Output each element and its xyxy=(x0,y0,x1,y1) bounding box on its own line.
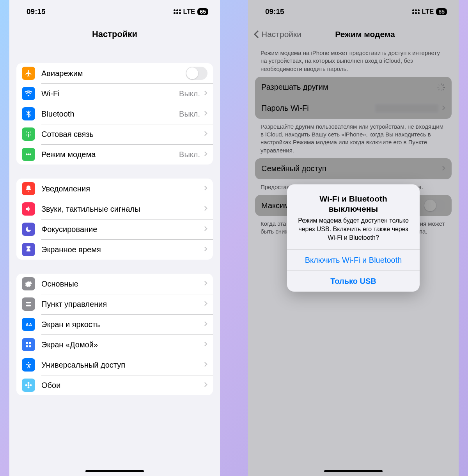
row-label: Экран и яркость xyxy=(41,320,204,329)
row-value: Выкл. xyxy=(179,150,200,159)
chevron-right-icon xyxy=(204,205,207,213)
row-airplane-mode[interactable]: Авиарежим xyxy=(16,63,213,83)
chevron-right-icon xyxy=(204,361,207,369)
chevron-right-icon xyxy=(204,382,207,389)
antenna-icon xyxy=(22,127,35,141)
chevron-right-icon xyxy=(204,301,207,308)
home-indicator[interactable] xyxy=(85,470,144,472)
svg-point-12 xyxy=(30,384,32,386)
chevron-right-icon xyxy=(204,185,207,193)
svg-point-7 xyxy=(28,362,29,363)
chevron-right-icon xyxy=(204,321,207,328)
svg-rect-6 xyxy=(29,345,31,347)
speaker-icon xyxy=(22,202,35,216)
bluetooth-icon xyxy=(22,107,35,120)
row-label: Звуки, тактильные сигналы xyxy=(41,205,204,214)
row-bluetooth[interactable]: Bluetooth Выкл. xyxy=(16,104,213,124)
row-label: Универсальный доступ xyxy=(41,361,204,370)
accessibility-icon xyxy=(22,358,35,372)
text-size-icon: AA xyxy=(22,318,35,331)
row-general[interactable]: Основные xyxy=(16,274,213,294)
row-label: Режим модема xyxy=(41,150,179,159)
row-label: Обои xyxy=(41,381,204,390)
alert-dialog: Wi-Fi и Bluetooth выключены Режим модема… xyxy=(287,184,420,292)
row-label: Авиарежим xyxy=(41,69,186,78)
row-label: Уведомления xyxy=(41,184,204,193)
chevron-right-icon xyxy=(204,341,207,349)
bell-icon xyxy=(22,182,35,195)
chevron-right-icon xyxy=(204,226,207,233)
group-notifications: Уведомления Звуки, тактильные сигналы Фо… xyxy=(16,179,213,260)
gear-icon xyxy=(22,277,35,290)
modal-overlay: Wi-Fi и Bluetooth выключены Режим модема… xyxy=(248,0,459,476)
row-screentime[interactable]: Экранное время xyxy=(16,239,213,260)
svg-rect-5 xyxy=(26,345,28,347)
row-label: Bluetooth xyxy=(41,110,179,119)
status-right: LTE 65 xyxy=(174,8,208,16)
svg-text:AA: AA xyxy=(26,322,32,327)
wifi-icon xyxy=(22,87,35,100)
row-label: Wi-Fi xyxy=(41,89,179,98)
svg-rect-0 xyxy=(26,302,31,303)
nav-bar: Настройки xyxy=(9,23,220,45)
row-label: Экранное время xyxy=(41,245,204,254)
hotspot-screen: 09:15 LTE 65 Настройки Режим модема Режи… xyxy=(248,0,459,476)
row-wallpaper[interactable]: Обои xyxy=(16,375,213,395)
row-notifications[interactable]: Уведомления xyxy=(16,179,213,199)
row-accessibility[interactable]: Универсальный доступ xyxy=(16,355,213,375)
row-value: Выкл. xyxy=(179,89,200,98)
row-label: Пункт управления xyxy=(41,300,204,309)
row-display[interactable]: AA Экран и яркость xyxy=(16,314,213,334)
row-hotspot[interactable]: Режим модема Выкл. xyxy=(16,144,213,165)
chevron-right-icon xyxy=(204,110,207,118)
row-focus[interactable]: Фокусирование xyxy=(16,219,213,239)
page-title: Настройки xyxy=(92,29,137,39)
settings-screen: 09:15 LTE 65 Настройки Авиарежим Wi-Fi В… xyxy=(9,0,220,476)
row-home-screen[interactable]: Экран «Домой» xyxy=(16,334,213,355)
row-label: Основные xyxy=(41,280,204,288)
row-wifi[interactable]: Wi-Fi Выкл. xyxy=(16,83,213,104)
cellular-signal-icon xyxy=(174,9,181,14)
alert-message: Режим модема будет доступен только через… xyxy=(295,216,412,242)
row-value: Выкл. xyxy=(179,110,200,119)
svg-rect-4 xyxy=(29,342,31,344)
svg-point-11 xyxy=(25,384,27,386)
group-connectivity: Авиарежим Wi-Fi Выкл. Bluetooth Выкл. Со… xyxy=(16,63,213,165)
svg-point-8 xyxy=(28,384,30,386)
group-general: Основные Пункт управления AA Экран и ярк… xyxy=(16,274,213,395)
flower-icon xyxy=(22,379,35,392)
status-time: 09:15 xyxy=(27,7,46,16)
chevron-right-icon xyxy=(204,131,207,138)
status-bar: 09:15 LTE 65 xyxy=(9,0,220,23)
row-control-center[interactable]: Пункт управления xyxy=(16,294,213,314)
enable-wifi-bluetooth-button[interactable]: Включить Wi-Fi и Bluetooth xyxy=(287,250,420,271)
hourglass-icon xyxy=(22,243,35,256)
home-indicator[interactable] xyxy=(324,470,383,472)
svg-point-9 xyxy=(28,382,30,384)
settings-content[interactable]: Авиарежим Wi-Fi Выкл. Bluetooth Выкл. Со… xyxy=(9,45,220,476)
chevron-right-icon xyxy=(204,280,207,288)
row-label: Фокусирование xyxy=(41,225,204,234)
switches-icon xyxy=(22,297,35,311)
airplane-icon xyxy=(22,67,35,80)
chevron-right-icon xyxy=(204,151,207,158)
grid-icon xyxy=(22,338,35,351)
battery-icon: 65 xyxy=(197,8,208,15)
airplane-toggle[interactable] xyxy=(186,67,207,80)
usb-only-button[interactable]: Только USB xyxy=(287,271,420,292)
chevron-right-icon xyxy=(204,246,207,253)
hotspot-icon xyxy=(22,148,35,161)
moon-icon xyxy=(22,223,35,236)
row-label: Экран «Домой» xyxy=(41,340,204,349)
svg-rect-3 xyxy=(26,342,28,344)
svg-point-10 xyxy=(28,386,30,388)
row-label: Сотовая связь xyxy=(41,130,204,139)
svg-rect-1 xyxy=(26,305,31,306)
alert-title: Wi-Fi и Bluetooth выключены xyxy=(295,194,412,214)
row-cellular[interactable]: Сотовая связь xyxy=(16,124,213,144)
network-label: LTE xyxy=(183,8,195,16)
row-sounds[interactable]: Звуки, тактильные сигналы xyxy=(16,199,213,219)
chevron-right-icon xyxy=(204,90,207,97)
